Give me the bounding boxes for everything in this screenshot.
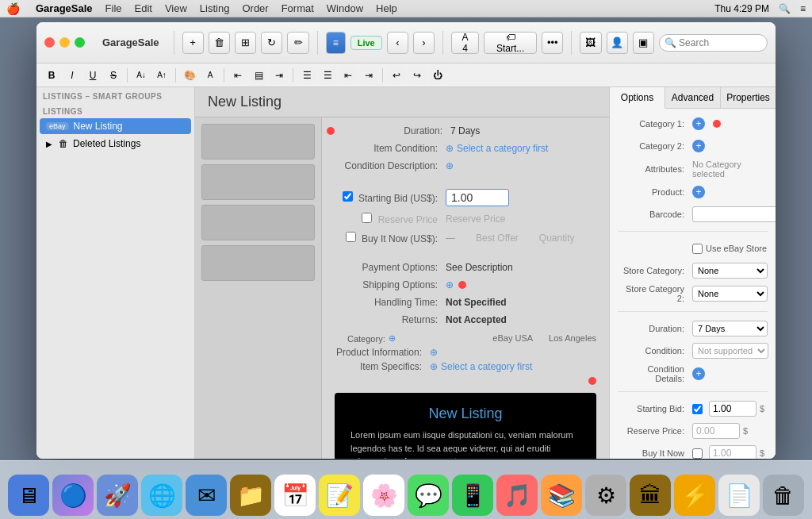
align-center-button[interactable]: ▤ — [250, 67, 267, 84]
nav-forward-button[interactable]: › — [413, 32, 435, 54]
redo-button[interactable]: ↪ — [408, 67, 426, 84]
user-button[interactable]: 👤 — [607, 32, 628, 54]
starting-bid-checkbox[interactable] — [343, 191, 353, 202]
bold-button[interactable]: B — [43, 67, 60, 84]
maximize-button[interactable] — [75, 37, 85, 48]
buy-now-checkbox[interactable] — [346, 232, 356, 242]
sidebar-item-new-listing[interactable]: eBay New Listing — [40, 118, 191, 134]
dock-disk-utility[interactable]: ⚙ — [585, 475, 626, 516]
condition-select[interactable]: Not supported — [692, 343, 768, 359]
dock-bank[interactable]: 🏛 — [630, 475, 671, 516]
edit-button[interactable]: ✏ — [287, 32, 308, 54]
more-button[interactable]: ••• — [542, 32, 563, 54]
dock-itunes[interactable]: 🎵 — [496, 475, 538, 516]
dock-preview[interactable]: 📄 — [718, 475, 760, 516]
italic-button[interactable]: I — [63, 67, 81, 84]
undo-button[interactable]: ↩ — [388, 67, 405, 84]
help-menu[interactable]: Help — [376, 2, 397, 14]
add-category2-button[interactable]: + — [692, 140, 705, 152]
reserve-price-checkbox[interactable] — [362, 213, 372, 223]
thumbnail-2[interactable] — [201, 164, 315, 200]
dock-calendar[interactable]: 📅 — [274, 475, 316, 516]
dock-messages[interactable]: 💬 — [408, 475, 449, 516]
item-condition-value[interactable]: Select a category first — [457, 143, 596, 154]
dock-safari[interactable]: 🌐 — [141, 475, 182, 516]
close-button[interactable] — [44, 37, 55, 48]
search-box[interactable]: 🔍 — [659, 34, 768, 52]
store-category-select[interactable]: None — [692, 263, 768, 279]
dock-photos[interactable]: 🌸 — [363, 475, 404, 516]
add-product-icon[interactable]: ⊕ — [430, 347, 438, 358]
listing-menu[interactable]: Listing — [200, 2, 230, 14]
dock-ibooks[interactable]: 📚 — [541, 475, 582, 516]
sidebar-item-deleted-listings[interactable]: ▶ 🗑 Deleted Listings — [40, 136, 191, 152]
tab-properties[interactable]: Properties — [721, 87, 776, 108]
power-button[interactable]: ⏻ — [429, 67, 446, 84]
dock-trash[interactable]: 🗑 — [763, 475, 804, 516]
dock-crashplan[interactable]: ⚡ — [674, 475, 715, 516]
item-specifics-link[interactable]: Select a category first — [441, 361, 532, 372]
add-product-button[interactable]: + — [692, 186, 705, 198]
paint-bucket-button[interactable]: 🎨 — [181, 67, 198, 84]
duration-select[interactable]: 7 Days — [692, 321, 768, 336]
view-menu[interactable]: View — [165, 2, 187, 14]
add-specifics-icon[interactable]: ⊕ — [430, 361, 438, 372]
grid-view-button[interactable]: ⊞ — [235, 32, 256, 54]
nav-back-button[interactable]: ‹ — [387, 32, 408, 54]
thumbnail-3[interactable] — [201, 205, 315, 240]
dock-siri[interactable]: 🔵 — [52, 475, 94, 516]
image-button[interactable]: 🖼 — [580, 32, 601, 54]
use-ebay-store-label[interactable]: Use eBay Store — [692, 244, 767, 254]
refresh-button[interactable]: ↻ — [261, 32, 282, 54]
font-size-down-button[interactable]: A↓ — [132, 67, 150, 84]
dock-folder[interactable]: 📁 — [230, 475, 271, 516]
window-menu[interactable]: Window — [327, 2, 363, 14]
start-button[interactable]: 🏷 Start... — [484, 32, 537, 54]
add-condition-icon[interactable]: ⊕ — [446, 143, 454, 154]
add-category1-button[interactable]: + — [692, 117, 705, 130]
add-shipping-icon[interactable]: ⊕ — [446, 279, 454, 290]
apple-menu[interactable]: 🍎 — [6, 2, 20, 15]
add-listing-button[interactable]: + — [182, 32, 204, 54]
dock-finder[interactable]: 🖥 — [8, 475, 49, 516]
list-ordered-button[interactable]: ☰ — [319, 67, 336, 84]
add-category-icon[interactable]: ⊕ — [389, 333, 396, 344]
app-name-menu[interactable]: GarageSale — [36, 2, 93, 14]
panel-button[interactable]: ▣ — [633, 32, 654, 54]
starting-bid-rpanel-checkbox[interactable] — [692, 404, 703, 414]
search-icon[interactable]: 🔍 — [779, 3, 791, 14]
underline-button[interactable]: U — [84, 67, 102, 84]
buy-now-rpanel-checkbox[interactable] — [692, 448, 703, 459]
indent-more-button[interactable]: ⇥ — [360, 67, 377, 84]
add-condition-desc-icon[interactable]: ⊕ — [446, 160, 454, 171]
delete-button[interactable]: 🗑 — [209, 32, 230, 54]
list-unordered-button[interactable]: ☰ — [298, 67, 316, 84]
starting-bid-value[interactable]: 1.00 — [446, 189, 509, 206]
file-menu[interactable]: File — [105, 2, 122, 14]
minimize-button[interactable] — [59, 37, 70, 48]
format-menu[interactable]: Format — [282, 2, 314, 14]
dock-mail[interactable]: ✉ — [186, 475, 227, 516]
letter-button[interactable]: A 4 — [451, 32, 479, 54]
font-size-up-button[interactable]: A↑ — [153, 67, 170, 84]
store-category2-select[interactable]: None — [692, 286, 768, 302]
dock-launchpad[interactable]: 🚀 — [97, 475, 138, 516]
barcode-input[interactable] — [692, 206, 776, 222]
menu-extras-icon[interactable]: ≡ — [800, 3, 806, 14]
color-button[interactable]: A — [201, 67, 219, 84]
dock-facetime[interactable]: 📱 — [452, 475, 493, 516]
reserve-price-rpanel-input[interactable] — [692, 423, 740, 439]
use-ebay-store-checkbox[interactable] — [692, 244, 703, 254]
thumbnail-1[interactable] — [201, 124, 315, 160]
thumbnail-4[interactable] — [201, 245, 315, 281]
tab-advanced[interactable]: Advanced — [665, 87, 721, 108]
search-input[interactable] — [679, 37, 760, 48]
align-right-button[interactable]: ⇥ — [270, 67, 288, 84]
add-condition-details-button[interactable]: + — [692, 367, 705, 380]
strikethrough-button[interactable]: S — [105, 67, 122, 84]
tab-options[interactable]: Options — [610, 87, 665, 109]
buy-now-rpanel-input[interactable] — [709, 445, 756, 459]
indent-less-button[interactable]: ⇤ — [339, 67, 357, 84]
starting-bid-rpanel-input[interactable] — [709, 401, 756, 417]
order-menu[interactable]: Order — [242, 2, 268, 14]
